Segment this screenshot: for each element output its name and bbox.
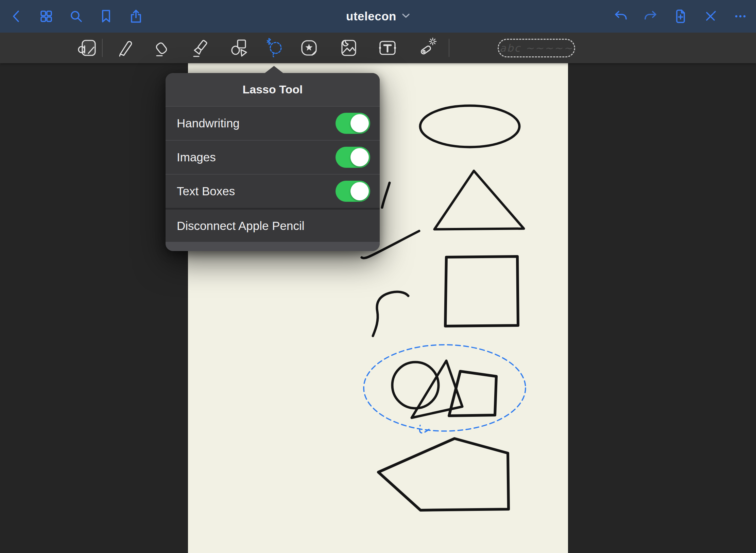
handwriting-hint-text: abc ~~~~~ [500,42,573,54]
toggle-row-images: Images [166,140,380,174]
popup-header: Lasso Tool [166,73,380,107]
popup-toggle-rows: HandwritingImagesText Boxes [166,107,380,208]
image-tool-icon[interactable] [338,37,360,59]
popup-title: Lasso Tool [243,83,303,96]
undo-icon[interactable] [613,8,629,24]
share-icon[interactable] [128,8,144,24]
text-boxes-toggle[interactable] [336,181,370,202]
text-tool-icon[interactable] [377,37,398,59]
shapes-tool-icon[interactable] [228,37,250,59]
handwriting-label: Handwriting [177,117,240,130]
page-grid-icon[interactable] [38,8,54,24]
more-icon[interactable] [732,8,749,24]
handwriting-toggle-knob [350,114,369,132]
lasso-tool-popup: Lasso Tool HandwritingImagesText Boxes D… [166,73,380,251]
tool-bar: abc ~~~~~ [0,33,756,63]
images-toggle-knob [350,148,369,166]
nav-left-group [8,0,144,33]
toolbar-divider [449,39,449,57]
text-boxes-label: Text Boxes [177,184,235,198]
toolbar-divider [102,39,103,57]
disconnect-apple-pencil-label: Disconnect Apple Pencil [177,219,305,233]
tool-group [75,33,438,63]
document-title-button[interactable]: utelecon [346,0,410,33]
toggle-row-handwriting: Handwriting [166,107,380,140]
laser-pointer-tool-icon[interactable] [416,37,438,59]
pen-mode-icon[interactable] [702,8,719,24]
toggle-row-text-boxes: Text Boxes [166,174,380,208]
back-chevron-icon[interactable] [8,8,24,24]
disconnect-apple-pencil-button[interactable]: Disconnect Apple Pencil [166,210,380,242]
bookmark-icon[interactable] [98,8,114,24]
sticker-tool-icon[interactable] [298,37,320,59]
handwriting-hint-capsule: abc ~~~~~ [498,39,575,57]
pen-tool-icon[interactable] [114,37,136,59]
images-toggle[interactable] [336,147,370,168]
search-icon[interactable] [68,8,84,24]
chevron-down-icon [402,13,410,20]
document-title: utelecon [346,10,396,23]
lasso-tool-icon[interactable] [264,37,286,59]
page-mode-tool-icon[interactable] [75,37,97,59]
text-boxes-toggle-knob [350,182,369,200]
eraser-tool-icon[interactable] [151,37,173,59]
images-label: Images [177,150,216,164]
nav-right-group [613,0,749,33]
top-navigation-bar: utelecon [0,0,756,33]
highlighter-tool-icon[interactable] [189,37,211,59]
popup-partial-row [166,242,380,251]
handwriting-toggle[interactable] [336,113,370,134]
add-page-icon[interactable] [672,8,689,24]
redo-icon[interactable] [642,8,659,24]
